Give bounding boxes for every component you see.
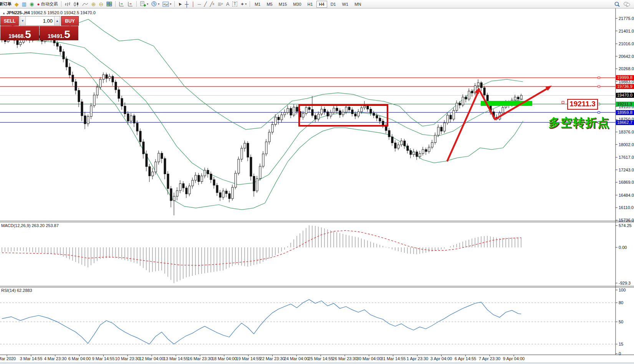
timeframe-m15[interactable]: M15: [276, 1, 290, 8]
main-toolbar: 新订单 ◆ ▥ ◉ ● 自动交易 ⊕ ⊖ ▾ ▾ ▾ ➤ ┼ │ ─ ╱ ╱E …: [0, 0, 634, 8]
candle: [201, 176, 203, 182]
buy-price-display[interactable]: 19491. 5: [40, 26, 78, 40]
buy-price-big-digit: 5: [64, 30, 70, 39]
timeframe-m1[interactable]: M1: [252, 1, 263, 8]
hline-icon: ─: [198, 2, 201, 7]
candle: [502, 107, 504, 113]
fibonacci-tool[interactable]: ≣F: [216, 0, 224, 8]
search-button[interactable]: [612, 0, 622, 8]
candle: [204, 170, 206, 176]
date-label: 19 Mar 14:55: [236, 356, 261, 361]
vertical-line-tool[interactable]: │: [190, 0, 196, 8]
horizontal-line-tool[interactable]: ─: [196, 0, 203, 8]
chart-canvas[interactable]: [0, 0, 634, 364]
candle: [456, 103, 458, 110]
metaeditor-icon[interactable]: ◆: [13, 0, 20, 8]
timeframe-d1[interactable]: D1: [328, 1, 339, 8]
volume-up-button[interactable]: ▲: [54, 16, 60, 25]
autoscroll-glyph: [127, 2, 133, 7]
chat-button[interactable]: [622, 0, 632, 8]
candle: [434, 135, 436, 142]
text-icon: A: [226, 2, 230, 7]
price-tick: 20268.0: [619, 66, 634, 71]
crosshair-icon: ┼: [185, 2, 189, 7]
date-label: 6 Apr 14:55: [455, 356, 476, 361]
candle: [354, 114, 356, 116]
zoom-in-glyph: ⊕: [91, 2, 96, 7]
candle: [462, 97, 464, 105]
timeframe-m5[interactable]: M5: [264, 1, 275, 8]
candle: [60, 46, 61, 52]
line-chart-icon[interactable]: [81, 0, 90, 8]
timeframe-m30[interactable]: M30: [290, 1, 304, 8]
auto-scroll-icon[interactable]: [126, 0, 135, 8]
macd-label: MACD(12,26,9) 263.20 253.87: [1, 223, 59, 228]
candle: [275, 117, 276, 124]
bar-chart-icon[interactable]: [63, 0, 72, 8]
toolbar-separator: [174, 1, 175, 7]
zoom-in-icon[interactable]: ⊕: [90, 0, 98, 8]
rsi-axis-label: 50: [619, 320, 623, 324]
candle: [87, 117, 89, 124]
date-label: Mar 2020: [0, 356, 16, 361]
price-tick: 21775.0: [619, 16, 634, 21]
candle: [84, 116, 86, 124]
zoom-out-icon[interactable]: ⊖: [97, 0, 105, 8]
candle: [225, 191, 227, 194]
candle: [318, 114, 319, 119]
new-chart-button[interactable]: ▾: [138, 0, 150, 8]
chart-shift-icon[interactable]: [117, 0, 126, 8]
trendline-tool[interactable]: ╱: [202, 0, 208, 8]
timeframe-w1[interactable]: W1: [339, 1, 351, 8]
candle: [327, 112, 329, 116]
volume-input[interactable]: 1.00: [26, 16, 54, 25]
candle: [315, 115, 316, 119]
text-tool[interactable]: A: [225, 0, 231, 8]
crosshair-tool[interactable]: ┼: [183, 0, 190, 8]
autotrade-button[interactable]: ● 自动交易: [35, 0, 59, 8]
candle: [305, 107, 307, 114]
candle: [471, 91, 473, 93]
timeframe-h4[interactable]: H4: [316, 1, 327, 8]
volume-down-button[interactable]: ▼: [20, 16, 26, 25]
date-label: 9 Mar 14:55: [92, 356, 115, 361]
new-order-button[interactable]: 新订单: [0, 0, 13, 8]
candle: [330, 112, 332, 116]
timeframe-h1[interactable]: H1: [305, 1, 316, 8]
arrows-tool[interactable]: ✦▾: [239, 0, 248, 8]
date-label: 24 Mar 04:00: [284, 356, 309, 361]
candle: [416, 152, 418, 156]
candle: [93, 95, 95, 106]
candle: [342, 112, 344, 115]
timeframe-mn[interactable]: MN: [352, 1, 364, 8]
candle: [373, 113, 375, 115]
candle: [358, 112, 359, 116]
candle: [259, 166, 261, 178]
tile-windows-icon[interactable]: [105, 0, 114, 8]
candle: [265, 142, 267, 154]
text-label-tool[interactable]: T: [231, 0, 239, 8]
candle-chart-icon[interactable]: [72, 0, 81, 8]
indicators-icon: [162, 2, 169, 7]
sell-price-display[interactable]: 19468. 5: [0, 26, 39, 40]
candle: [195, 175, 197, 180]
candle: [450, 115, 452, 119]
candle: [235, 173, 237, 188]
signals-icon[interactable]: ◉: [28, 0, 35, 8]
candle: [81, 102, 83, 116]
candle: [278, 117, 280, 120]
period-clock-button[interactable]: ▾: [150, 0, 161, 8]
market-watch-icon[interactable]: ▥: [20, 0, 28, 8]
cursor-tool[interactable]: ➤: [176, 0, 183, 8]
candle: [296, 107, 298, 111]
candle: [179, 184, 181, 191]
expander-icon[interactable]: ▲: [2, 12, 5, 15]
candle: [72, 75, 74, 82]
channel-tool[interactable]: ╱E: [208, 0, 216, 8]
price-tick: 18376.0: [619, 130, 634, 134]
indicators-button[interactable]: ▾: [161, 0, 173, 8]
buy-button[interactable]: BUY: [61, 16, 79, 26]
sell-button[interactable]: SELL: [0, 16, 19, 26]
candle: [413, 152, 415, 155]
level-badge: 18662.7: [616, 120, 634, 125]
